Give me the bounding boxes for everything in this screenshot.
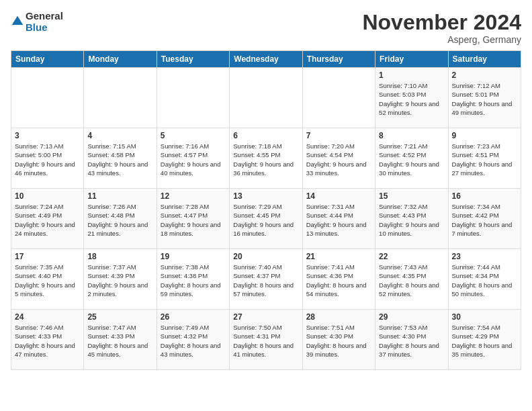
calendar-cell [11, 68, 84, 128]
calendar-cell: 27Sunrise: 7:50 AM Sunset: 4:31 PM Dayli… [230, 310, 302, 370]
weekday-header-tuesday: Tuesday [157, 51, 229, 68]
calendar-cell: 17Sunrise: 7:35 AM Sunset: 4:40 PM Dayli… [11, 249, 84, 310]
day-number: 17 [15, 252, 80, 261]
day-info: Sunrise: 7:12 AM Sunset: 5:01 PM Dayligh… [452, 81, 517, 117]
calendar-cell: 24Sunrise: 7:46 AM Sunset: 4:33 PM Dayli… [11, 310, 84, 370]
calendar-cell: 12Sunrise: 7:28 AM Sunset: 4:47 PM Dayli… [157, 189, 229, 249]
svg-marker-0 [12, 15, 24, 24]
calendar-cell [157, 68, 229, 128]
calendar-week-3: 10Sunrise: 7:24 AM Sunset: 4:49 PM Dayli… [11, 189, 521, 249]
day-info: Sunrise: 7:29 AM Sunset: 4:45 PM Dayligh… [233, 202, 298, 238]
day-info: Sunrise: 7:38 AM Sunset: 4:38 PM Dayligh… [161, 263, 226, 298]
day-number: 25 [87, 312, 152, 322]
logo: General Blue [11, 11, 63, 33]
day-info: Sunrise: 7:10 AM Sunset: 5:03 PM Dayligh… [379, 81, 444, 117]
day-info: Sunrise: 7:37 AM Sunset: 4:39 PM Dayligh… [87, 263, 152, 298]
day-info: Sunrise: 7:21 AM Sunset: 4:52 PM Dayligh… [379, 142, 444, 177]
calendar-cell: 5Sunrise: 7:16 AM Sunset: 4:57 PM Daylig… [157, 128, 229, 189]
calendar-cell: 21Sunrise: 7:41 AM Sunset: 4:36 PM Dayli… [302, 249, 375, 310]
day-number: 28 [306, 312, 371, 322]
weekday-header-wednesday: Wednesday [230, 51, 302, 68]
calendar-cell: 1Sunrise: 7:10 AM Sunset: 5:03 PM Daylig… [375, 68, 448, 128]
calendar-week-5: 24Sunrise: 7:46 AM Sunset: 4:33 PM Dayli… [11, 310, 521, 370]
calendar-cell: 7Sunrise: 7:20 AM Sunset: 4:54 PM Daylig… [302, 128, 375, 189]
calendar-cell: 16Sunrise: 7:34 AM Sunset: 4:42 PM Dayli… [448, 189, 521, 249]
calendar-cell: 19Sunrise: 7:38 AM Sunset: 4:38 PM Dayli… [157, 249, 229, 310]
day-number: 27 [233, 312, 298, 322]
day-number: 9 [452, 131, 517, 140]
calendar-cell: 22Sunrise: 7:43 AM Sunset: 4:35 PM Dayli… [375, 249, 448, 310]
day-info: Sunrise: 7:18 AM Sunset: 4:55 PM Dayligh… [233, 142, 298, 177]
day-info: Sunrise: 7:23 AM Sunset: 4:51 PM Dayligh… [452, 142, 517, 177]
day-number: 7 [306, 131, 371, 140]
day-info: Sunrise: 7:15 AM Sunset: 4:58 PM Dayligh… [87, 142, 152, 177]
calendar-cell: 9Sunrise: 7:23 AM Sunset: 4:51 PM Daylig… [448, 128, 521, 189]
calendar-week-4: 17Sunrise: 7:35 AM Sunset: 4:40 PM Dayli… [11, 249, 521, 310]
day-number: 14 [306, 191, 371, 201]
day-info: Sunrise: 7:13 AM Sunset: 5:00 PM Dayligh… [15, 142, 80, 177]
day-info: Sunrise: 7:28 AM Sunset: 4:47 PM Dayligh… [161, 202, 226, 238]
page-header: General Blue November 2024 Asperg, Germa… [11, 11, 521, 45]
calendar-cell [302, 68, 375, 128]
day-number: 29 [379, 312, 444, 322]
calendar-cell [84, 68, 157, 128]
title-area: November 2024 Asperg, Germany [362, 11, 521, 45]
day-number: 10 [15, 191, 80, 201]
day-number: 2 [452, 71, 517, 80]
calendar-cell: 14Sunrise: 7:31 AM Sunset: 4:44 PM Dayli… [302, 189, 375, 249]
day-info: Sunrise: 7:41 AM Sunset: 4:36 PM Dayligh… [306, 263, 371, 298]
day-info: Sunrise: 7:50 AM Sunset: 4:31 PM Dayligh… [233, 323, 298, 359]
calendar-table: SundayMondayTuesdayWednesdayThursdayFrid… [11, 50, 521, 370]
calendar-cell: 29Sunrise: 7:53 AM Sunset: 4:30 PM Dayli… [375, 310, 448, 370]
calendar-header: SundayMondayTuesdayWednesdayThursdayFrid… [11, 51, 521, 68]
logo-general-text: General [26, 11, 63, 22]
day-info: Sunrise: 7:49 AM Sunset: 4:32 PM Dayligh… [161, 323, 226, 359]
calendar-week-2: 3Sunrise: 7:13 AM Sunset: 5:00 PM Daylig… [11, 128, 521, 189]
logo-icon [11, 15, 24, 28]
calendar-cell: 6Sunrise: 7:18 AM Sunset: 4:55 PM Daylig… [230, 128, 302, 189]
calendar-cell: 10Sunrise: 7:24 AM Sunset: 4:49 PM Dayli… [11, 189, 84, 249]
day-info: Sunrise: 7:20 AM Sunset: 4:54 PM Dayligh… [306, 142, 371, 177]
day-number: 18 [87, 252, 152, 261]
day-info: Sunrise: 7:31 AM Sunset: 4:44 PM Dayligh… [306, 202, 371, 238]
weekday-header-thursday: Thursday [302, 51, 375, 68]
day-number: 3 [15, 131, 80, 140]
day-info: Sunrise: 7:24 AM Sunset: 4:49 PM Dayligh… [15, 202, 80, 238]
calendar-cell: 11Sunrise: 7:26 AM Sunset: 4:48 PM Dayli… [84, 189, 157, 249]
weekday-header-sunday: Sunday [11, 51, 84, 68]
calendar-cell: 3Sunrise: 7:13 AM Sunset: 5:00 PM Daylig… [11, 128, 84, 189]
day-number: 12 [161, 191, 226, 201]
day-info: Sunrise: 7:47 AM Sunset: 4:33 PM Dayligh… [87, 323, 152, 359]
location: Asperg, Germany [362, 34, 521, 45]
weekday-header-friday: Friday [375, 51, 448, 68]
day-info: Sunrise: 7:26 AM Sunset: 4:48 PM Dayligh… [87, 202, 152, 238]
calendar-cell: 23Sunrise: 7:44 AM Sunset: 4:34 PM Dayli… [448, 249, 521, 310]
day-number: 15 [379, 191, 444, 201]
day-number: 4 [87, 131, 152, 140]
calendar-cell: 25Sunrise: 7:47 AM Sunset: 4:33 PM Dayli… [84, 310, 157, 370]
logo-blue-text: Blue [26, 22, 63, 34]
day-number: 30 [452, 312, 517, 322]
day-number: 13 [233, 191, 298, 201]
calendar-cell: 13Sunrise: 7:29 AM Sunset: 4:45 PM Dayli… [230, 189, 302, 249]
day-number: 5 [161, 131, 226, 140]
day-number: 21 [306, 252, 371, 261]
day-number: 24 [15, 312, 80, 322]
day-info: Sunrise: 7:51 AM Sunset: 4:30 PM Dayligh… [306, 323, 371, 359]
calendar-cell: 20Sunrise: 7:40 AM Sunset: 4:37 PM Dayli… [230, 249, 302, 310]
day-number: 8 [379, 131, 444, 140]
calendar-cell [230, 68, 302, 128]
day-number: 6 [233, 131, 298, 140]
day-number: 20 [233, 252, 298, 261]
day-info: Sunrise: 7:16 AM Sunset: 4:57 PM Dayligh… [161, 142, 226, 177]
day-info: Sunrise: 7:44 AM Sunset: 4:34 PM Dayligh… [452, 263, 517, 298]
day-number: 26 [161, 312, 226, 322]
day-number: 19 [161, 252, 226, 261]
calendar-cell: 28Sunrise: 7:51 AM Sunset: 4:30 PM Dayli… [302, 310, 375, 370]
weekday-header-saturday: Saturday [448, 51, 521, 68]
calendar-cell: 18Sunrise: 7:37 AM Sunset: 4:39 PM Dayli… [84, 249, 157, 310]
weekday-header-monday: Monday [84, 51, 157, 68]
day-info: Sunrise: 7:32 AM Sunset: 4:43 PM Dayligh… [379, 202, 444, 238]
calendar-cell: 4Sunrise: 7:15 AM Sunset: 4:58 PM Daylig… [84, 128, 157, 189]
logo-text: General Blue [26, 11, 63, 33]
